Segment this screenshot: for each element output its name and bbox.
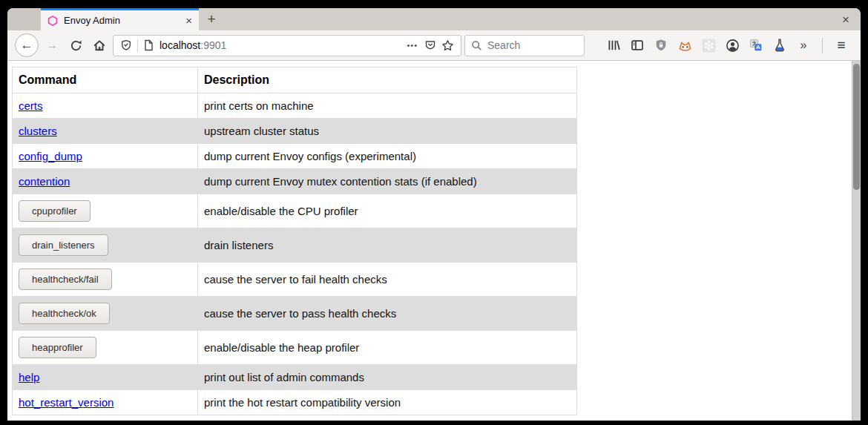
home-button[interactable] xyxy=(89,35,110,56)
command-cell: drain_listeners xyxy=(13,228,198,263)
account-icon[interactable] xyxy=(721,34,743,56)
command-header: Command xyxy=(13,67,198,93)
tab-envoy-admin[interactable]: Envoy Admin × xyxy=(41,8,199,30)
flask-extension-icon[interactable] xyxy=(769,34,791,56)
table-head: Command Description xyxy=(13,67,577,93)
table-row: cpuprofilerenable/disable the CPU profil… xyxy=(13,194,577,228)
library-icon[interactable] xyxy=(602,34,625,56)
svg-text:A: A xyxy=(756,44,760,50)
description-cell: cause the server to pass health checks xyxy=(198,297,577,331)
description-cell: enable/disable the CPU profiler xyxy=(198,194,577,228)
url-bar-separator xyxy=(137,39,138,52)
description-cell: dump current Envoy configs (experimental… xyxy=(198,144,577,169)
description-cell: print out list of admin commands xyxy=(198,365,577,390)
tab-title: Envoy Admin xyxy=(64,15,180,26)
table-row: config_dumpdump current Envoy configs (e… xyxy=(13,144,577,169)
command-cell: help xyxy=(13,365,198,390)
flower-extension-icon[interactable] xyxy=(697,34,720,56)
page-actions-icon[interactable]: ••• xyxy=(405,41,419,50)
table-row: clustersupstream cluster status xyxy=(13,119,577,144)
description-header: Description xyxy=(198,67,577,93)
overflow-chevron-icon[interactable]: » xyxy=(792,34,815,56)
window-close-button[interactable]: × xyxy=(831,8,861,30)
description-cell: enable/disable the heap profiler xyxy=(198,331,577,365)
pocket-icon[interactable] xyxy=(424,39,436,51)
table-row: certsprint certs on machine xyxy=(13,93,577,119)
menu-icon[interactable]: ≡ xyxy=(830,34,852,56)
command-cell: contention xyxy=(13,169,198,194)
translate-extension-icon[interactable]: A xyxy=(745,34,767,56)
url-text: localhost:9901 xyxy=(160,39,400,51)
description-cell: dump current Envoy mutex contention stat… xyxy=(198,169,577,194)
browser-window: Envoy Admin × + × ← → xyxy=(7,8,861,421)
envoy-favicon-hexagon-icon xyxy=(47,16,58,26)
search-bar xyxy=(464,35,585,56)
table-row: helpprint out list of admin commands xyxy=(13,365,577,390)
command-cell: heapprofiler xyxy=(13,331,198,365)
command-link[interactable]: certs xyxy=(19,99,43,112)
command-cell: healthcheck/ok xyxy=(13,297,198,331)
table-row: healthcheck/okcause the server to pass h… xyxy=(13,297,577,331)
screenshot-frame: { "colors": { "accent_blue": "#0a84ff", … xyxy=(0,0,868,425)
description-cell: print the hot restart compatibility vers… xyxy=(198,390,577,415)
new-tab-button[interactable]: + xyxy=(199,8,224,30)
vertical-scrollbar[interactable] xyxy=(852,61,861,421)
description-cell: print certs on machine xyxy=(198,93,577,119)
command-link[interactable]: hot_restart_version xyxy=(19,396,114,409)
tab-bar: Envoy Admin × + × xyxy=(7,8,861,30)
url-host: localhost xyxy=(160,39,200,51)
table-body: certsprint certs on machineclustersupstr… xyxy=(13,93,577,415)
description-cell: drain listeners xyxy=(198,228,577,263)
table-header-row: Command Description xyxy=(13,67,577,93)
url-port: :9901 xyxy=(200,39,226,51)
navigation-toolbar: ← → xyxy=(7,30,861,61)
tab-bar-spacer xyxy=(224,8,831,30)
command-cell: cpuprofiler xyxy=(13,194,198,228)
description-cell: cause the server to fail health checks xyxy=(198,263,577,297)
page-content: Command Description certsprint certs on … xyxy=(7,61,861,421)
command-cell: certs xyxy=(13,93,198,119)
back-button[interactable]: ← xyxy=(15,33,39,57)
table-row: drain_listenersdrain listeners xyxy=(13,228,577,263)
reload-button[interactable] xyxy=(65,35,86,56)
command-button[interactable]: healthcheck/ok xyxy=(19,303,110,324)
command-link[interactable]: config_dump xyxy=(19,150,82,162)
tab-close-icon[interactable]: × xyxy=(185,15,192,26)
command-button[interactable]: healthcheck/fail xyxy=(19,268,112,290)
toolbar-separator xyxy=(822,38,823,53)
search-icon xyxy=(471,40,482,51)
bookmark-star-icon[interactable] xyxy=(441,39,454,52)
forward-button: → xyxy=(42,35,62,56)
command-link[interactable]: clusters xyxy=(19,125,57,137)
command-cell: healthcheck/fail xyxy=(13,263,198,297)
command-cell: clusters xyxy=(13,119,198,144)
table-row: hot_restart_versionprint the hot restart… xyxy=(13,390,577,415)
tracking-protection-shield-icon[interactable] xyxy=(120,39,132,51)
command-link[interactable]: contention xyxy=(19,175,70,188)
command-cell: config_dump xyxy=(13,144,198,169)
tab-bar-left-space xyxy=(7,8,41,30)
command-cell: hot_restart_version xyxy=(13,390,198,415)
scrollbar-thumb[interactable] xyxy=(853,64,860,190)
fox-extension-icon[interactable] xyxy=(674,34,696,56)
command-button[interactable]: heapprofiler xyxy=(19,337,96,358)
table-row: healthcheck/failcause the server to fail… xyxy=(13,263,577,297)
page-info-icon[interactable] xyxy=(143,39,154,51)
table-row: contentiondump current Envoy mutex conte… xyxy=(13,169,577,194)
description-cell: upstream cluster status xyxy=(198,119,577,144)
url-bar[interactable]: localhost:9901 ••• xyxy=(113,35,461,56)
admin-commands-table: Command Description certsprint certs on … xyxy=(12,67,577,415)
shield-lock-extension-icon[interactable] xyxy=(650,34,672,56)
toolbar-icon-row: A » xyxy=(602,34,815,56)
command-button[interactable]: cpuprofiler xyxy=(19,200,91,222)
command-link[interactable]: help xyxy=(19,371,39,383)
command-button[interactable]: drain_listeners xyxy=(19,234,108,256)
search-input[interactable] xyxy=(487,39,578,51)
sidebar-icon[interactable] xyxy=(626,34,648,56)
table-row: heapprofilerenable/disable the heap prof… xyxy=(13,331,577,365)
